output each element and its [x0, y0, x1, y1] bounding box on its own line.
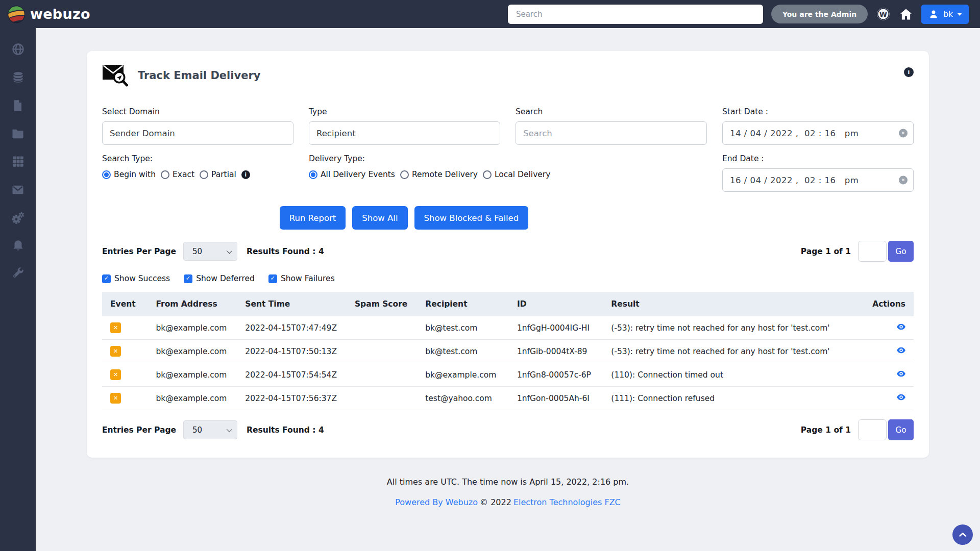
show-failures-checkbox[interactable]: ✓ Show Failures	[268, 274, 335, 283]
global-search-input[interactable]	[508, 5, 763, 24]
page-footer: All times are UTC. The time now is April…	[87, 477, 929, 507]
sidebar-item-apps[interactable]	[0, 147, 36, 176]
radio-icon	[102, 170, 111, 179]
copyright-text: © 2022	[480, 497, 511, 507]
search-field[interactable]	[516, 121, 707, 145]
scroll-to-top-button[interactable]	[952, 524, 973, 545]
results-found-label: Results Found : 4	[247, 247, 324, 256]
radio-local-delivery[interactable]: Local Delivery	[483, 170, 550, 179]
radio-icon	[400, 170, 409, 179]
show-blocked-failed-button[interactable]: Show Blocked & Failed	[414, 206, 529, 230]
result-filters: ✓ Show Success ✓ Show Deferred ✓ Show Fa…	[102, 274, 914, 283]
page-number-input[interactable]	[858, 419, 887, 440]
radio-icon	[200, 170, 208, 179]
page-info-icon[interactable]: i	[904, 67, 914, 77]
go-button[interactable]: Go	[888, 241, 914, 262]
select-domain-label: Select Domain	[102, 107, 293, 116]
recipient-cell: test@yahoo.com	[420, 387, 512, 410]
home-icon[interactable]	[899, 7, 913, 21]
powered-by-webuzo-link[interactable]: Powered By Webuzo	[395, 497, 478, 507]
radio-all-delivery-events[interactable]: All Delivery Events	[309, 170, 395, 179]
id-cell: 1nfGib-0004tX-89	[512, 340, 606, 363]
start-date-label: Start Date :	[722, 107, 914, 116]
spam-score-cell	[350, 387, 420, 410]
end-date-field[interactable]	[722, 168, 914, 192]
delivery-type-radio-group: All Delivery Events Remote Delivery Loca…	[309, 170, 707, 179]
view-details-eye-icon[interactable]	[896, 392, 906, 403]
event-cell: ✕	[102, 340, 151, 363]
checkbox-checked-icon: ✓	[268, 274, 277, 283]
sidebar-item-files[interactable]	[0, 91, 36, 119]
tools-wrench-icon	[11, 267, 25, 281]
view-details-eye-icon[interactable]	[896, 321, 906, 332]
sidebar-item-notifications[interactable]	[0, 232, 36, 260]
clear-start-date-icon[interactable]: ✕	[899, 129, 908, 138]
webuzo-brand[interactable]: webuzo	[6, 4, 90, 24]
id-cell: 1nfGgH-0004IG-HI	[512, 316, 606, 340]
bottom-pagination-controls: Entries Per Page 50 Results Found : 4 Pa…	[102, 419, 914, 440]
wordpress-icon[interactable]: W	[876, 7, 891, 21]
failed-event-icon[interactable]: ✕	[110, 393, 121, 404]
actions-cell	[857, 340, 914, 363]
database-icon	[11, 70, 25, 84]
type-field[interactable]	[309, 121, 500, 145]
column-header-event: Event	[102, 292, 151, 316]
page-title: Track Email Delivery	[138, 69, 260, 82]
failed-event-icon[interactable]: ✕	[110, 346, 121, 357]
start-date-field[interactable]	[722, 121, 914, 145]
chevron-up-icon	[958, 530, 967, 539]
sidebar-item-tools[interactable]	[0, 260, 36, 288]
radio-icon	[309, 170, 317, 179]
admin-role-badge: You are the Admin	[771, 5, 868, 23]
column-header-actions: Actions	[857, 292, 914, 316]
sidebar-item-email[interactable]	[0, 176, 36, 204]
sidebar-item-globe[interactable]	[0, 35, 36, 63]
search-type-label: Search Type:	[102, 154, 293, 163]
actions-cell	[857, 363, 914, 387]
spam-score-cell	[350, 340, 420, 363]
failed-event-icon[interactable]: ✕	[110, 369, 121, 380]
show-success-checkbox[interactable]: ✓ Show Success	[102, 274, 170, 283]
show-all-button[interactable]: Show All	[352, 206, 407, 230]
id-cell: 1nfGn8-00057c-6P	[512, 363, 606, 387]
page-indicator: Page 1 of 1	[801, 425, 851, 435]
entries-per-page-select[interactable]: 50	[183, 420, 237, 439]
select-domain-field[interactable]	[102, 121, 293, 145]
radio-icon	[483, 170, 492, 179]
failed-event-icon[interactable]: ✕	[110, 322, 121, 333]
radio-icon	[161, 170, 169, 179]
clear-end-date-icon[interactable]: ✕	[899, 176, 908, 185]
go-button[interactable]: Go	[888, 419, 914, 440]
run-report-button[interactable]: Run Report	[280, 206, 346, 230]
view-details-eye-icon[interactable]	[896, 368, 906, 379]
radio-remote-delivery[interactable]: Remote Delivery	[400, 170, 478, 179]
sidebar-item-databases[interactable]	[0, 63, 36, 91]
entries-per-page-select[interactable]: 50	[183, 242, 237, 261]
search-type-info-icon[interactable]: i	[241, 170, 250, 179]
app-grid-icon	[11, 155, 25, 168]
recipient-cell: bk@test.com	[420, 340, 512, 363]
user-menu-button[interactable]: bk	[921, 5, 969, 24]
electron-technologies-link[interactable]: Electron Technologies FZC	[513, 497, 621, 507]
sent-time-cell: 2022-04-15T07:50:13Z	[240, 340, 350, 363]
recipient-cell: bk@example.com	[420, 363, 512, 387]
show-deferred-checkbox[interactable]: ✓ Show Deferred	[184, 274, 255, 283]
radio-exact[interactable]: Exact	[161, 170, 194, 179]
radio-partial[interactable]: Partial	[200, 170, 236, 179]
spam-score-cell	[350, 316, 420, 340]
type-label: Type	[309, 107, 500, 116]
spam-score-cell	[350, 363, 420, 387]
results-found-label: Results Found : 4	[247, 425, 324, 435]
entries-per-page-label: Entries Per Page	[102, 425, 176, 435]
brand-name: webuzo	[30, 6, 90, 22]
sidebar-item-folders[interactable]	[0, 119, 36, 147]
from-address-cell: bk@example.com	[151, 363, 240, 387]
radio-begin-with[interactable]: Begin with	[102, 170, 156, 179]
event-cell: ✕	[102, 363, 151, 387]
sidebar-item-settings[interactable]	[0, 204, 36, 232]
sent-time-cell: 2022-04-15T07:54:54Z	[240, 363, 350, 387]
column-header-result: Result	[606, 292, 856, 316]
result-cell: (-53): retry time not reached for any ho…	[606, 340, 856, 363]
page-number-input[interactable]	[858, 241, 887, 262]
view-details-eye-icon[interactable]	[896, 345, 906, 356]
